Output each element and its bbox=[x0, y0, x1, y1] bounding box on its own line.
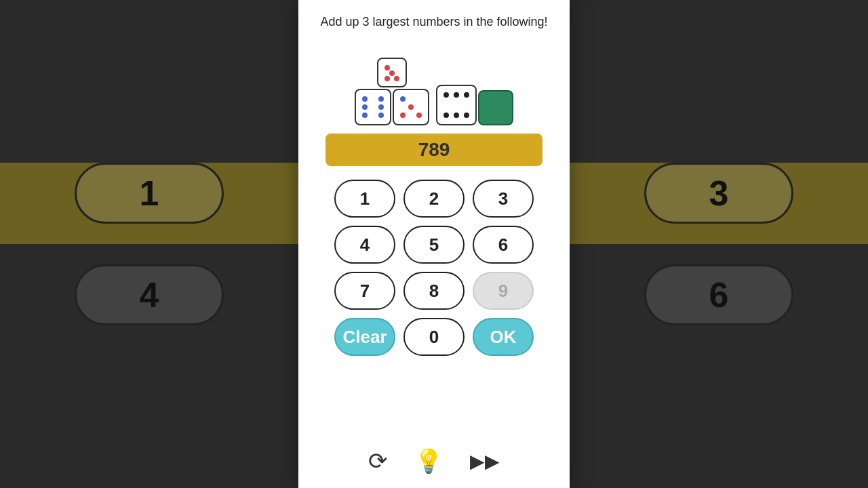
num-btn-1[interactable]: 1 bbox=[334, 180, 395, 218]
answer-display: 789 bbox=[326, 134, 542, 166]
refresh-icon[interactable]: ⟳ bbox=[368, 447, 387, 474]
dice-bottom-mid bbox=[393, 89, 429, 125]
clear-button[interactable]: Clear bbox=[334, 318, 395, 356]
dice-right-dots bbox=[436, 85, 477, 125]
skip-icon[interactable]: ▶▶ bbox=[470, 450, 500, 472]
num-btn-7[interactable]: 7 bbox=[334, 272, 395, 310]
dice-group-left bbox=[355, 58, 429, 125]
bottom-toolbar: ⟳ 💡 ▶▶ bbox=[368, 447, 500, 481]
num-btn-9[interactable]: 9 bbox=[473, 272, 534, 310]
left-panel: 1 4 bbox=[0, 0, 298, 488]
num-btn-5[interactable]: 5 bbox=[403, 226, 465, 264]
dice-area bbox=[355, 37, 513, 125]
num-btn-0[interactable]: 0 bbox=[403, 318, 465, 356]
left-number-2: 4 bbox=[75, 264, 224, 325]
dice-green bbox=[478, 90, 513, 125]
num-btn-3[interactable]: 3 bbox=[473, 180, 534, 218]
left-number-1: 1 bbox=[75, 163, 224, 224]
right-panel: 3 6 bbox=[570, 0, 868, 488]
dice-group-right bbox=[436, 85, 513, 125]
dice-top bbox=[377, 58, 407, 87]
center-panel: Add up 3 largest numbers in the followin… bbox=[298, 0, 570, 488]
numpad: 1 2 3 4 5 6 7 8 9 Clear 0 OK bbox=[334, 180, 534, 356]
num-btn-2[interactable]: 2 bbox=[403, 180, 465, 218]
hint-icon[interactable]: 💡 bbox=[414, 447, 443, 474]
instruction-text: Add up 3 largest numbers in the followin… bbox=[320, 14, 547, 30]
num-btn-6[interactable]: 6 bbox=[473, 226, 534, 264]
right-number-2: 6 bbox=[644, 264, 793, 325]
dice-bottom-left bbox=[355, 89, 391, 125]
right-number-1: 3 bbox=[644, 163, 793, 224]
num-btn-4[interactable]: 4 bbox=[334, 226, 395, 264]
num-btn-8[interactable]: 8 bbox=[403, 272, 465, 310]
ok-button[interactable]: OK bbox=[473, 318, 534, 356]
